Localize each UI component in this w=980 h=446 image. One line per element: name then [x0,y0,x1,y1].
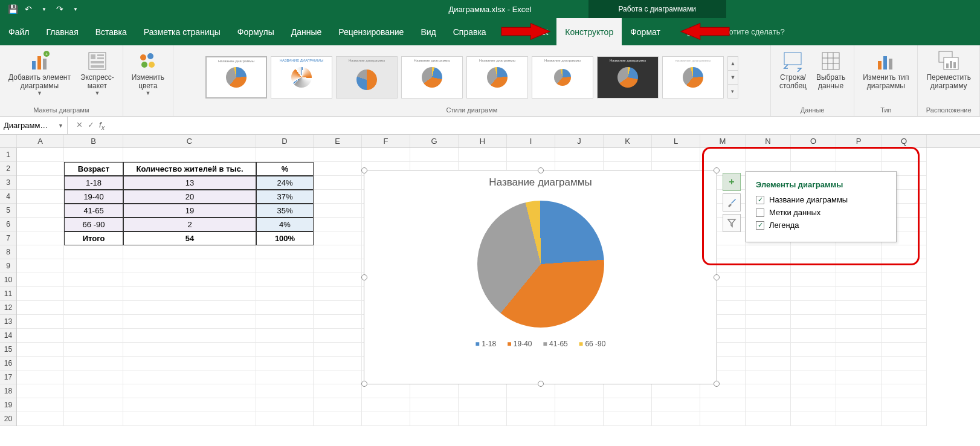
cell-A11[interactable] [17,287,64,301]
cell-N11[interactable] [746,287,791,301]
cell-E9[interactable] [314,259,362,273]
row-header-20[interactable]: 20 [0,412,16,426]
cell-A13[interactable] [17,315,64,329]
cell-C20[interactable] [123,412,256,426]
chart-style-5[interactable]: Название диаграммы [466,56,528,99]
cell-P20[interactable] [836,412,882,426]
legend-item-4[interactable]: 66 -90 [579,340,606,348]
cell-E17[interactable] [314,370,362,384]
checkbox-chart-title[interactable]: ✓ [756,196,764,204]
resize-handle-nw[interactable] [361,167,367,173]
cell-C2[interactable]: Количество жителей в тыс. [123,162,256,176]
cell-Q9[interactable] [882,259,927,273]
cell-A6[interactable] [17,218,64,231]
checkbox-legend[interactable]: ✓ [756,221,764,230]
worksheet-grid[interactable]: ABCDEFGHIJKLMNOPQ 1234567891011121314151… [0,135,980,446]
cell-O20[interactable] [791,412,836,426]
cell-E14[interactable] [314,329,362,343]
row-header-13[interactable]: 13 [0,315,16,329]
cell-Q13[interactable] [882,315,927,329]
cell-E15[interactable] [314,343,362,357]
chart-styles-button[interactable] [723,193,741,212]
cell-B5[interactable]: 41-65 [64,204,123,218]
select-all-cell[interactable] [0,135,17,147]
cell-L18[interactable] [652,384,700,398]
row-header-4[interactable]: 4 [0,190,16,204]
row-header-18[interactable]: 18 [0,384,16,398]
cell-A10[interactable] [17,273,64,287]
cell-P16[interactable] [836,357,882,370]
cell-A1[interactable] [17,148,64,162]
row-header-3[interactable]: 3 [0,176,16,190]
chart-style-2[interactable]: НАЗВАНИЕ ДИАГРАММЫ [271,56,332,99]
cell-O9[interactable] [791,259,836,273]
column-header-A[interactable]: A [17,135,64,147]
cell-P17[interactable] [836,370,882,384]
row-header-16[interactable]: 16 [0,357,16,370]
cell-B19[interactable] [64,398,123,412]
cell-O17[interactable] [791,370,836,384]
cell-Q18[interactable] [882,384,927,398]
cell-E5[interactable] [314,204,362,218]
cell-Q11[interactable] [882,287,927,301]
cell-M18[interactable] [700,384,746,398]
cell-N15[interactable] [746,343,791,357]
cell-L20[interactable] [652,412,700,426]
cell-Q8[interactable] [882,245,927,259]
cell-D11[interactable] [256,287,314,301]
change-colors-button[interactable]: Изменить цвета ▼ [128,48,168,99]
row-header-12[interactable]: 12 [0,301,16,315]
cell-N16[interactable] [746,357,791,370]
gallery-expand[interactable]: ▾ [728,85,738,98]
gallery-scroll-up[interactable]: ▲ [728,57,738,71]
cell-K19[interactable] [604,398,652,412]
chart-legend[interactable]: 1-18 19-40 41-65 66 -90 [364,340,717,348]
cell-D8[interactable] [256,245,314,259]
enter-formula-icon[interactable]: ✓ [88,120,94,131]
cell-N14[interactable] [746,329,791,343]
cell-O14[interactable] [791,329,836,343]
row-header-9[interactable]: 9 [0,259,16,273]
chart-style-7[interactable]: Название диаграммы [597,56,659,99]
row-header-11[interactable]: 11 [0,287,16,301]
cell-O11[interactable] [791,287,836,301]
select-data-button[interactable]: Выбрать данные [813,48,849,92]
cell-Q16[interactable] [882,357,927,370]
cell-B4[interactable]: 19-40 [64,190,123,204]
cell-A15[interactable] [17,343,64,357]
cell-A16[interactable] [17,357,64,370]
cell-D20[interactable] [256,412,314,426]
cell-Q20[interactable] [882,412,927,426]
cell-P18[interactable] [836,384,882,398]
cell-P10[interactable] [836,273,882,287]
resize-handle-se[interactable] [714,381,720,387]
cell-G18[interactable] [410,384,459,398]
row-header-6[interactable]: 6 [0,218,16,231]
cell-Q15[interactable] [882,343,927,357]
flyout-item-title[interactable]: ✓ Название диаграммы [756,195,886,204]
cell-B6[interactable]: 66 -90 [64,218,123,231]
cell-I19[interactable] [507,398,555,412]
cell-N1[interactable] [746,148,791,162]
tab-formulas[interactable]: Формулы [229,18,283,45]
column-header-J[interactable]: J [555,135,604,147]
tab-help[interactable]: Справка [445,18,495,45]
cell-P13[interactable] [836,315,882,329]
cell-F18[interactable] [362,384,410,398]
cell-E2[interactable] [314,162,362,176]
cell-L19[interactable] [652,398,700,412]
column-header-N[interactable]: N [746,135,791,147]
cell-E16[interactable] [314,357,362,370]
cell-E1[interactable] [314,148,362,162]
cell-D13[interactable] [256,315,314,329]
cell-B9[interactable] [64,259,123,273]
column-header-P[interactable]: P [836,135,882,147]
cell-E11[interactable] [314,287,362,301]
cell-B3[interactable]: 1-18 [64,176,123,190]
cell-E18[interactable] [314,384,362,398]
cell-O13[interactable] [791,315,836,329]
resize-handle-ne[interactable] [714,167,720,173]
cell-P8[interactable] [836,245,882,259]
cell-H19[interactable] [459,398,507,412]
cell-A19[interactable] [17,398,64,412]
